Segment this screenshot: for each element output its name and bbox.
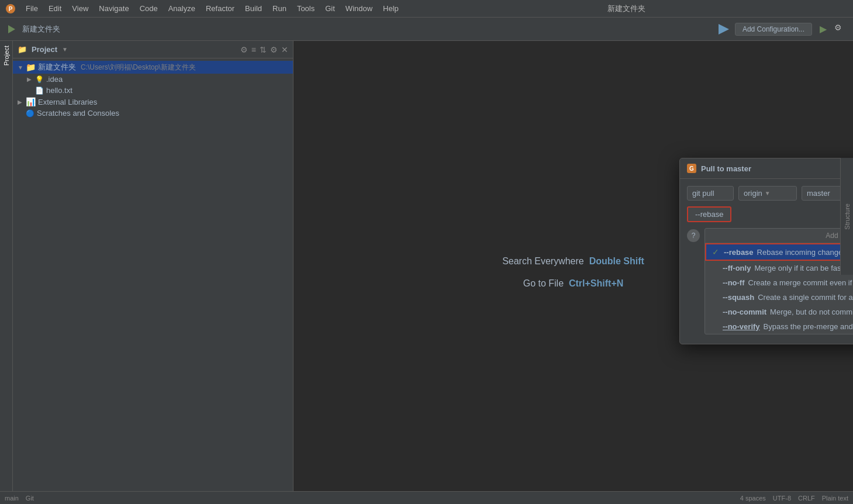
expand-icon: ▼ <box>18 64 23 71</box>
tree-hello-txt[interactable]: ▶ 📄 hello.txt <box>13 85 293 96</box>
structure-label: Structure <box>844 203 851 230</box>
option-bold-label: --no-ff <box>723 278 745 287</box>
menu-code[interactable]: Code <box>135 3 163 14</box>
menu-git[interactable]: Git <box>320 3 340 14</box>
chevron-down-icon[interactable]: ▼ <box>62 46 68 53</box>
svg-marker-2 <box>8 25 15 33</box>
file-tree: ▼ 📁 新建文件夹 C:\Users\刘明福\Desktop\新建文件夹 ▶ 💡… <box>13 58 293 504</box>
menu-build[interactable]: Build <box>240 3 267 14</box>
filter-icon[interactable]: ⇅ <box>260 45 267 54</box>
menu-run[interactable]: Run <box>268 3 291 14</box>
search-everywhere-shortcut: Double Shift <box>589 256 644 266</box>
status-line-ending[interactable]: CRLF <box>798 495 815 502</box>
menu-file[interactable]: File <box>21 3 43 14</box>
status-indent[interactable]: 4 spaces <box>740 495 766 502</box>
rebase-button[interactable]: --rebase <box>687 206 731 222</box>
git-pull-select[interactable]: git pull <box>687 186 734 201</box>
remote-select[interactable]: origin ▼ <box>738 186 797 201</box>
project-header: 📁 Project ▼ ⚙ ≡ ⇅ ⚙ ✕ <box>13 41 293 58</box>
option-ff-only[interactable]: --ff-only Merge only if it can be fast-f… <box>705 261 853 275</box>
pull-dialog-header: G Pull to master × <box>680 158 853 179</box>
option-squash[interactable]: --squash Create a single commit for all … <box>705 290 853 305</box>
status-branch[interactable]: main <box>5 495 19 502</box>
svg-text:P: P <box>9 6 13 12</box>
status-filetype[interactable]: Plain text <box>822 495 848 502</box>
project-folder-icon: 📁 <box>18 45 27 54</box>
expand-icon: ▶ <box>27 76 33 82</box>
add-configuration-button[interactable]: Add Configuration... <box>735 23 812 36</box>
main-area: Project 📁 Project ▼ ⚙ ≡ ⇅ ⚙ ✕ ▼ 📁 新建文件夹 … <box>0 41 853 504</box>
side-tabs: Project <box>0 41 13 504</box>
project-label: Project <box>32 45 57 54</box>
option-text: Bypass the pre-merge and commit message … <box>764 322 853 331</box>
check-icon: ✓ <box>712 247 720 257</box>
dialog-overlay: G Pull to master × git pull origin ▼ <box>293 41 853 504</box>
tree-root-folder[interactable]: ▼ 📁 新建文件夹 C:\Users\刘明福\Desktop\新建文件夹 <box>13 61 293 74</box>
menu-view[interactable]: View <box>67 3 93 14</box>
pull-dialog: G Pull to master × git pull origin ▼ <box>679 158 853 344</box>
option-bold-label: --rebase <box>724 248 754 257</box>
idea-folder-label: .idea <box>46 75 63 84</box>
window-title: 新建文件夹 <box>405 4 848 14</box>
menu-analyze[interactable]: Analyze <box>164 3 200 14</box>
menu-refactor[interactable]: Refactor <box>201 3 239 14</box>
option-bold-label: --no-verify <box>723 322 760 331</box>
kotlin-icon <box>717 23 730 36</box>
menu-edit[interactable]: Edit <box>44 3 66 14</box>
rebase-row: --rebase <box>687 206 853 222</box>
cog-icon[interactable]: ⚙ <box>240 45 248 54</box>
expand-icon: ▶ <box>18 99 23 105</box>
pull-dialog-body: git pull origin ▼ master ▼ <box>680 179 853 344</box>
options-row: ? Add Pull Options ✓ --rebase Rebase inc… <box>687 228 853 334</box>
external-libs-label: External Libraries <box>38 98 97 106</box>
run-icon <box>6 23 18 35</box>
run-arrow-button[interactable]: ▶ <box>817 23 830 36</box>
settings-icon[interactable]: ⚙ <box>270 45 278 54</box>
menu-navigate[interactable]: Navigate <box>94 3 133 14</box>
sidebar-tab-project[interactable]: Project <box>1 41 12 70</box>
tree-idea-folder[interactable]: ▶ 💡 .idea <box>13 74 293 85</box>
help-button[interactable]: ? <box>687 229 700 242</box>
tree-external-libs[interactable]: ▶ 📊 External Libraries <box>13 96 293 108</box>
option-text: Create a merge commit even if it can be … <box>748 278 853 287</box>
library-icon: 📊 <box>26 97 36 106</box>
menu-bar: P File Edit View Navigate Code Analyze R… <box>0 0 853 18</box>
root-folder-path: C:\Users\刘明福\Desktop\新建文件夹 <box>81 63 196 73</box>
close-panel-icon[interactable]: ✕ <box>281 45 288 54</box>
menu-tools[interactable]: Tools <box>292 3 319 14</box>
app-icon: P <box>5 3 16 15</box>
folder-icon: 📁 <box>26 63 36 72</box>
toolbar: 新建文件夹 Add Configuration... ▶ ⚙ <box>0 18 853 41</box>
list-icon[interactable]: ≡ <box>251 45 256 54</box>
project-panel: 📁 Project ▼ ⚙ ≡ ⇅ ⚙ ✕ ▼ 📁 新建文件夹 C:\Users… <box>13 41 293 504</box>
option-no-verify[interactable]: --no-verify Bypass the pre-merge and com… <box>705 319 853 334</box>
option-no-ff[interactable]: --no-ff Create a merge commit even if it… <box>705 275 853 290</box>
option-rebase[interactable]: ✓ --rebase Rebase incoming changes on to… <box>705 243 853 261</box>
options-header: Add Pull Options <box>705 229 853 243</box>
status-git[interactable]: Git <box>26 495 34 502</box>
menu-help[interactable]: Help <box>378 3 403 14</box>
settings-icon[interactable]: ⚙ <box>834 23 847 36</box>
structure-tab[interactable]: Structure <box>840 158 853 275</box>
goto-file-shortcut: Ctrl+Shift+N <box>569 278 623 288</box>
status-encoding[interactable]: UTF-8 <box>773 495 791 502</box>
file-icon: 📄 <box>35 87 44 95</box>
option-bold-label: --ff-only <box>723 264 751 272</box>
goto-file-hint: Go to File Ctrl+Shift+N <box>523 278 624 289</box>
dialog-title-icon: G <box>687 164 696 173</box>
option-bold-label: --no-commit <box>723 308 766 316</box>
option-no-commit[interactable]: --no-commit Merge, but do not commit the… <box>705 305 853 319</box>
option-text: Rebase incoming changes on top of the cu… <box>757 248 853 257</box>
option-text: Create a single commit for all pulled ch… <box>758 293 853 302</box>
option-bold-label: --squash <box>723 293 754 302</box>
toolbar-project-title: 新建文件夹 <box>22 24 60 34</box>
scratches-label: Scratches and Consoles <box>37 109 119 118</box>
tree-scratches[interactable]: ▶ 🔵 Scratches and Consoles <box>13 108 293 119</box>
root-folder-name: 新建文件夹 <box>38 62 76 73</box>
option-text: Merge, but do not commit the result <box>770 308 853 316</box>
option-text: Merge only if it can be fast-forwarded <box>754 264 853 272</box>
hello-txt-label: hello.txt <box>46 86 72 95</box>
scratches-icon: 🔵 <box>26 109 34 118</box>
content-area: Search Everywhere Double Shift Go to Fil… <box>293 41 853 504</box>
menu-window[interactable]: Window <box>341 3 377 14</box>
